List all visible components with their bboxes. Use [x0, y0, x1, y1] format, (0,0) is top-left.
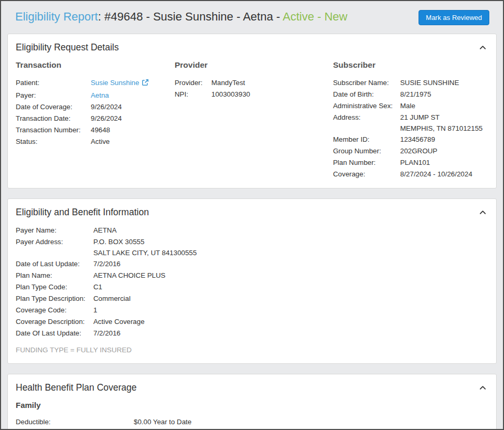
field-label: Provider:	[175, 77, 211, 89]
field-row-member-id: Member ID: 123456789	[333, 134, 488, 145]
field-row-payer: Payer: Aetna	[16, 90, 175, 101]
report-subtitle: : #49648 - Susie Sunshine - Aetna -	[98, 10, 283, 23]
field-row-administrative-sex: Administrative Sex: Male	[333, 100, 488, 112]
funding-type-note: FUNDING TYPE = FULLY INSURED	[16, 345, 488, 355]
field-row-date-of-last-update: Date of Last Update: 7/2/2016	[16, 258, 488, 270]
field-value: 1003003930	[211, 89, 333, 100]
section-collapse-button[interactable]	[477, 382, 488, 393]
field-row-status: Status: Active	[16, 136, 175, 148]
field-value: 123456789	[400, 134, 488, 145]
eligibility-report-page: Eligibility Report: #49648 - Susie Sunsh…	[0, 0, 504, 430]
field-label: Date of Birth:	[333, 89, 400, 100]
field-value: PLAN101	[400, 157, 488, 169]
field-row-coverage: Coverage: 8/27/2024 - 10/26/2024	[333, 169, 488, 180]
patient-link[interactable]: Susie Sunshine	[91, 79, 139, 87]
chevron-up-icon	[479, 384, 487, 392]
field-row-transaction-date: Transaction Date: 9/26/2024	[16, 113, 175, 124]
coverage-group-heading: Family	[16, 400, 488, 411]
card-header: Eligibility and Benefit Information	[16, 206, 488, 218]
field-value: C1	[93, 281, 488, 293]
card-title: Eligibility and Benefit Information	[16, 206, 149, 218]
field-value: 49648	[91, 124, 175, 136]
field-row-patient: Patient: Susie Sunshine	[16, 77, 175, 90]
field-value: 21 JUMP ST MEMPHIS, TN 871012155	[400, 112, 488, 134]
mark-as-reviewed-button[interactable]: Mark as Reviewed	[419, 10, 489, 25]
field-label: Address:	[333, 112, 400, 123]
field-value: MandyTest	[211, 77, 333, 89]
page-header: Eligibility Report: #49648 - Susie Sunsh…	[1, 1, 503, 34]
field-label: Transaction Number:	[16, 124, 91, 136]
transaction-column: Transaction Patient: Susie Sunshine Paye…	[16, 60, 175, 180]
payer-address-line-1: P.O. BOX 30555	[93, 236, 488, 247]
field-row-date-of-last-update-2: Date Of Last Update: 7/2/2016	[16, 328, 488, 339]
section-collapse-button[interactable]	[477, 42, 488, 53]
field-value: 7/2/2016	[93, 328, 488, 339]
payer-link[interactable]: Aetna	[91, 91, 109, 99]
field-label: NPI:	[175, 89, 211, 100]
field-label: Subscriber Name:	[333, 77, 400, 89]
field-value: 7/2/2016	[93, 258, 488, 270]
external-link-icon[interactable]	[142, 78, 149, 90]
field-row-subscriber-name: Subscriber Name: SUSIE SUNSHINE	[333, 77, 488, 89]
field-value: Male	[400, 100, 488, 112]
field-label: Plan Type Code:	[16, 281, 93, 293]
field-value: 9/26/2024	[91, 101, 175, 113]
field-label: Date of Coverage:	[16, 101, 91, 113]
report-title: Eligibility Report	[15, 10, 98, 23]
field-value: Active	[91, 136, 175, 148]
health-benefit-plan-coverage-card: Health Benefit Plan Coverage Family Dedu…	[7, 374, 497, 430]
field-row-deductible: Deductible: $0.00 Year to Date	[16, 416, 488, 428]
card-header: Eligibility Request Details	[16, 41, 488, 54]
field-value: Susie Sunshine	[91, 77, 175, 90]
field-row-plan-name: Plan Name: AETNA CHOICE PLUS	[16, 270, 488, 281]
field-row-coverage-description: Coverage Description: Active Coverage	[16, 316, 488, 328]
field-row-plan-type-code: Plan Type Code: C1	[16, 281, 488, 293]
field-label: Date of Last Update:	[16, 258, 93, 270]
transaction-heading: Transaction	[16, 60, 175, 70]
field-label: Group Number:	[333, 145, 400, 157]
field-label: Payer:	[16, 90, 91, 101]
field-row-payer-address: Payer Address: P.O. BOX 30555 SALT LAKE …	[16, 236, 488, 258]
address-line-2: MEMPHIS, TN 871012155	[400, 123, 488, 134]
page-title: Eligibility Report: #49648 - Susie Sunsh…	[15, 9, 347, 25]
field-label: Plan Number:	[333, 157, 400, 169]
field-label: Date Of Last Update:	[16, 328, 93, 339]
report-status: Active - New	[283, 10, 347, 23]
field-row-transaction-number: Transaction Number: 49648	[16, 124, 175, 136]
field-label: Coverage Description:	[16, 316, 93, 328]
field-label: Patient:	[16, 77, 91, 89]
field-row-group-number: Group Number: 202GROUP	[333, 145, 488, 157]
field-row-plan-number: Plan Number: PLAN101	[333, 157, 488, 169]
field-row-date-of-birth: Date of Birth: 8/21/1975	[333, 89, 488, 100]
field-label: Status:	[16, 136, 91, 148]
address-line-1: 21 JUMP ST	[400, 112, 488, 123]
section-collapse-button[interactable]	[477, 207, 488, 217]
card-header: Health Benefit Plan Coverage	[16, 381, 488, 394]
field-value: P.O. BOX 30555 SALT LAKE CITY, UT 841300…	[93, 236, 488, 258]
field-label: Deductible:	[16, 416, 134, 428]
field-label: Plan Type Description:	[16, 293, 93, 305]
subscriber-column: Subscriber Subscriber Name: SUSIE SUNSHI…	[333, 60, 488, 180]
provider-heading: Provider	[175, 60, 333, 70]
field-value: Active Coverage	[93, 316, 488, 328]
field-value: $0.00 Year to Date	[134, 416, 488, 428]
field-value: AETNA	[93, 225, 488, 236]
subscriber-heading: Subscriber	[333, 60, 488, 70]
card-title: Health Benefit Plan Coverage	[16, 381, 137, 394]
field-row-plan-type-description: Plan Type Description: Commercial	[16, 293, 488, 305]
field-value: 9/26/2024	[91, 113, 175, 124]
request-details-columns: Transaction Patient: Susie Sunshine Paye…	[16, 60, 488, 180]
field-row-address: Address: 21 JUMP ST MEMPHIS, TN 87101215…	[333, 112, 488, 134]
provider-column: Provider Provider: MandyTest NPI: 100300…	[175, 60, 333, 180]
payer-address-line-2: SALT LAKE CITY, UT 841300555	[93, 247, 488, 258]
field-label: Member ID:	[333, 134, 400, 145]
eligibility-request-details-card: Eligibility Request Details Transaction …	[7, 34, 497, 188]
field-value: AETNA CHOICE PLUS	[93, 270, 488, 281]
field-value: 1	[93, 305, 488, 316]
field-row-coverage-code: Coverage Code: 1	[16, 305, 488, 316]
field-value: 8/27/2024 - 10/26/2024	[400, 169, 488, 180]
eligibility-benefit-information-card: Eligibility and Benefit Information Paye…	[7, 198, 497, 364]
field-label: Transaction Date:	[16, 113, 91, 124]
field-value: Aetna	[91, 90, 175, 101]
field-row-date-of-coverage: Date of Coverage: 9/26/2024	[16, 101, 175, 113]
